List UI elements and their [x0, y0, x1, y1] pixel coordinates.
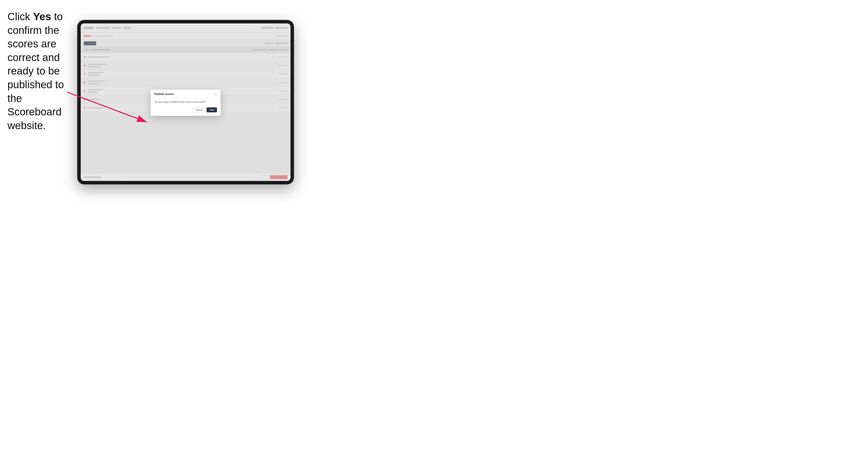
- yes-button[interactable]: Yes: [207, 107, 217, 112]
- cancel-button[interactable]: Cancel: [193, 107, 205, 112]
- dialog-header: Publish scores ×: [151, 90, 220, 98]
- dialog-actions: Cancel Yes: [154, 107, 217, 112]
- instruction-text: Click Yes to confirm the scores are corr…: [7, 10, 77, 132]
- dialog-close-button[interactable]: ×: [214, 92, 217, 96]
- publish-scores-dialog: Publish scores × Are you ready to publis…: [151, 90, 220, 116]
- dialog-title: Publish scores: [154, 92, 174, 95]
- dialog-body: Are you ready to publish these scores to…: [151, 98, 220, 116]
- instruction-bold: Yes: [33, 11, 51, 23]
- tablet-screen: Publish scores × Are you ready to publis…: [81, 24, 290, 181]
- tablet-frame: Publish scores × Are you ready to publis…: [77, 20, 294, 184]
- dialog-message: Are you ready to publish these scores to…: [154, 100, 217, 104]
